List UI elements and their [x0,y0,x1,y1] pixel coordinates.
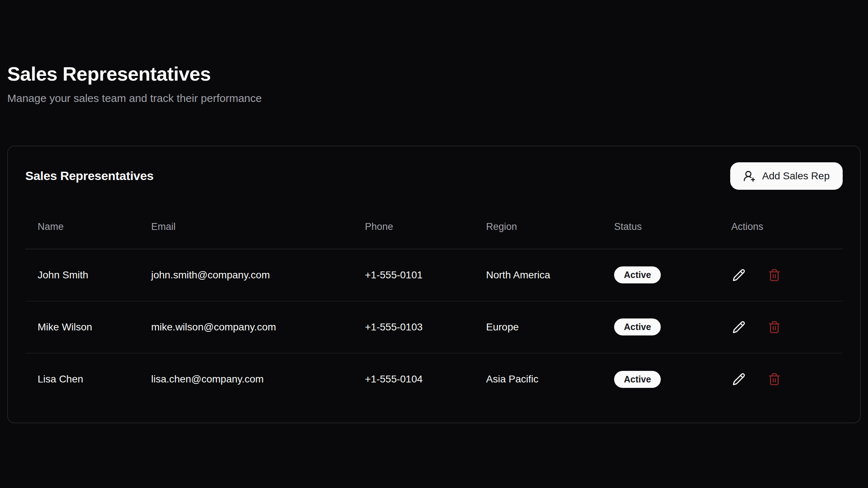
table-header-row: Name Email Phone Region Status Actions [25,205,843,249]
pencil-icon [732,373,745,386]
row-actions [731,372,839,387]
cell-name: Mike Wilson [25,301,139,353]
cell-phone: +1-555-0103 [353,301,474,353]
status-badge: Active [614,371,661,388]
cell-name: John Smith [25,249,139,301]
edit-button[interactable] [731,372,746,387]
cell-phone: +1-555-0101 [353,249,474,301]
delete-button[interactable] [767,372,782,387]
trash-icon [768,321,781,334]
page-subtitle: Manage your sales team and track their p… [7,91,861,106]
card-title: Sales Representatives [25,169,154,183]
user-round-plus-icon [743,170,756,182]
add-sales-rep-button-label: Add Sales Rep [762,170,830,182]
cell-region: Europe [474,301,602,353]
cell-phone: +1-555-0104 [353,353,474,405]
cell-region: Asia Pacific [474,353,602,405]
column-header-email: Email [139,205,353,249]
page-header: Sales Representatives Manage your sales … [7,0,861,106]
status-badge: Active [614,318,661,335]
cell-email: lisa.chen@company.com [139,353,353,405]
sales-reps-table: Name Email Phone Region Status Actions J… [25,205,843,405]
cell-email: john.smith@company.com [139,249,353,301]
cell-name: Lisa Chen [25,353,139,405]
row-actions [731,267,839,283]
card-header: Sales Representatives Add Sales Rep [25,162,843,190]
status-badge: Active [614,266,661,283]
cell-email: mike.wilson@company.com [139,301,353,353]
row-actions [731,320,839,335]
column-header-region: Region [474,205,602,249]
pencil-icon [732,269,745,282]
edit-button[interactable] [731,267,746,283]
table-row: Mike Wilson mike.wilson@company.com +1-5… [25,301,843,353]
column-header-status: Status [602,205,719,249]
column-header-name: Name [25,205,139,249]
column-header-phone: Phone [353,205,474,249]
sales-reps-card: Sales Representatives Add Sales Rep [7,146,861,423]
cell-region: North America [474,249,602,301]
table-row: John Smith john.smith@company.com +1-555… [25,249,843,301]
add-sales-rep-button[interactable]: Add Sales Rep [730,162,843,190]
table-row: Lisa Chen lisa.chen@company.com +1-555-0… [25,353,843,405]
edit-button[interactable] [731,320,746,335]
trash-icon [768,373,781,386]
delete-button[interactable] [767,320,782,335]
delete-button[interactable] [767,267,782,283]
trash-icon [768,269,781,282]
app-root: Sales Representatives Manage your sales … [0,0,868,423]
column-header-actions: Actions [719,205,843,249]
pencil-icon [732,321,745,334]
page-title: Sales Representatives [7,62,861,86]
